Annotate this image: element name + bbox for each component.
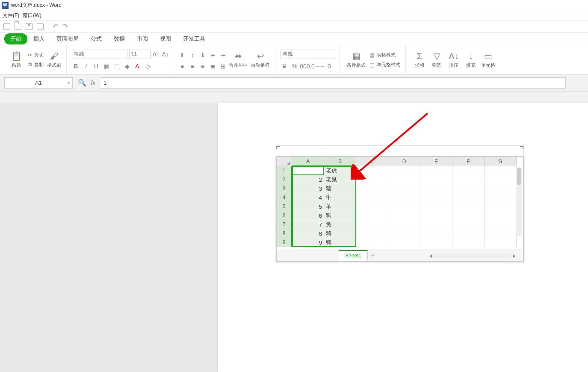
wrap-text-button[interactable]: ↩ 自动换行 [249, 51, 272, 68]
increase-font-icon[interactable]: A↑ [152, 50, 160, 58]
cell[interactable] [420, 220, 452, 229]
cell[interactable] [420, 175, 452, 184]
align-left-icon[interactable]: ≡ [178, 62, 186, 70]
filter-button[interactable]: ▽筛选 [428, 51, 445, 68]
cell[interactable] [485, 220, 517, 229]
col-header-e[interactable]: E [420, 157, 452, 166]
tab-view[interactable]: 视图 [154, 33, 177, 45]
align-middle-icon[interactable]: ↕ [189, 51, 196, 59]
col-header-c[interactable]: C [356, 157, 388, 166]
cell[interactable] [356, 220, 388, 229]
undo-icon[interactable]: ↶ [53, 22, 58, 30]
cell[interactable] [452, 166, 485, 175]
sheet-horizontal-scrollbar[interactable] [430, 253, 515, 259]
row-header[interactable]: 2 [277, 175, 292, 184]
cell[interactable] [485, 211, 517, 220]
sheet-vertical-scrollbar[interactable] [516, 167, 522, 236]
col-header-g[interactable]: G [485, 157, 517, 166]
copy-button[interactable]: ⧉复制 [25, 61, 45, 69]
percent-icon[interactable]: % [291, 62, 298, 70]
row-header[interactable]: 8 [277, 229, 292, 238]
col-header-f[interactable]: F [452, 157, 485, 166]
increase-decimal-icon[interactable]: .0→ [311, 62, 319, 70]
currency-icon[interactable]: ¥ [281, 62, 288, 70]
cell[interactable] [356, 238, 388, 247]
sum-button[interactable]: Σ求和 [411, 51, 428, 68]
cut-button[interactable]: ✂剪切 [25, 51, 45, 59]
cell[interactable] [388, 211, 420, 220]
cell[interactable] [356, 193, 388, 202]
cell[interactable] [388, 175, 420, 184]
cell[interactable] [485, 193, 517, 202]
cell[interactable] [452, 193, 485, 202]
indent-decrease-icon[interactable]: ⇤ [209, 51, 217, 59]
decrease-font-icon[interactable]: A↓ [162, 50, 169, 58]
cell[interactable] [452, 184, 485, 193]
merge-center-button[interactable]: ⬌ 合并居中 [227, 51, 249, 68]
select-all-corner[interactable] [277, 157, 292, 166]
tab-data[interactable]: 数据 [108, 33, 131, 45]
cell-a1[interactable]: 1 [292, 166, 324, 175]
tab-insert[interactable]: 插入 [27, 33, 50, 45]
cell[interactable] [420, 193, 452, 202]
cell[interactable] [420, 238, 452, 247]
cell[interactable] [485, 229, 517, 238]
cell-a2[interactable]: 2 [292, 175, 324, 184]
cell-a8[interactable]: 8 [292, 229, 324, 238]
justify-icon[interactable]: ≣ [209, 62, 217, 70]
cell[interactable] [452, 202, 485, 211]
font-color-button[interactable]: A [133, 62, 141, 70]
border-button[interactable]: ▦ [103, 62, 110, 70]
fx-label[interactable]: fx [91, 80, 95, 86]
fill-color-button[interactable]: ▢ [113, 62, 121, 70]
cell[interactable] [388, 202, 420, 211]
open-icon[interactable] [15, 23, 21, 30]
cell[interactable] [420, 166, 452, 175]
row-header[interactable]: 7 [277, 220, 292, 229]
save-icon[interactable] [26, 23, 33, 30]
clear-format-button[interactable]: ◇ [144, 62, 151, 70]
cell-b6[interactable]: 狗 [324, 211, 356, 220]
conditional-format-button[interactable]: ▦ 条件格式 [345, 51, 367, 68]
row-header[interactable]: 6 [277, 211, 292, 220]
row-header[interactable]: 3 [277, 184, 292, 193]
font-name-select[interactable] [72, 50, 127, 59]
cell[interactable] [485, 202, 517, 211]
sheet-tab-1[interactable]: Sheet1 [339, 250, 368, 260]
number-format-select[interactable] [281, 50, 336, 59]
row-header[interactable]: 5 [277, 202, 292, 211]
cell[interactable] [356, 202, 388, 211]
align-center-icon[interactable]: ≡ [189, 62, 196, 70]
col-header-b[interactable]: B [324, 157, 356, 166]
cell[interactable] [452, 175, 485, 184]
row-header[interactable]: 4 [277, 193, 292, 202]
scrollbar-thumb[interactable] [517, 168, 521, 185]
col-header-d[interactable]: D [388, 157, 420, 166]
bold-button[interactable]: B [72, 62, 80, 70]
cell[interactable] [388, 238, 420, 247]
indent-increase-icon[interactable]: ⇥ [219, 51, 227, 59]
table-style-button[interactable]: ▦表格样式 [367, 51, 402, 59]
cell[interactable] [485, 175, 517, 184]
distribute-icon[interactable]: ⊞ [219, 62, 227, 70]
decrease-decimal-icon[interactable]: ←.0 [322, 62, 329, 70]
scrollbar-track[interactable] [434, 254, 511, 258]
cell[interactable] [420, 211, 452, 220]
tab-review[interactable]: 审阅 [131, 33, 154, 45]
align-top-icon[interactable]: ⬆ [178, 51, 186, 59]
cell[interactable] [356, 211, 388, 220]
menu-window[interactable]: 窗口(W) [23, 12, 41, 19]
cell-button[interactable]: ▭单元格 [479, 51, 497, 68]
align-right-icon[interactable]: ≡ [199, 62, 207, 70]
cell-a6[interactable]: 6 [292, 211, 324, 220]
cell[interactable] [356, 166, 388, 175]
tab-dev[interactable]: 开发工具 [177, 33, 211, 45]
tab-formula[interactable]: 公式 [85, 33, 108, 45]
cell[interactable] [388, 229, 420, 238]
fill-button[interactable]: ↓填充 [462, 51, 479, 68]
cell[interactable] [452, 238, 485, 247]
print-icon[interactable] [37, 23, 44, 30]
highlight-button[interactable]: ◆ [123, 62, 131, 70]
row-header[interactable]: 9 [277, 238, 292, 247]
cell-b2[interactable]: 老鼠 [324, 175, 356, 184]
